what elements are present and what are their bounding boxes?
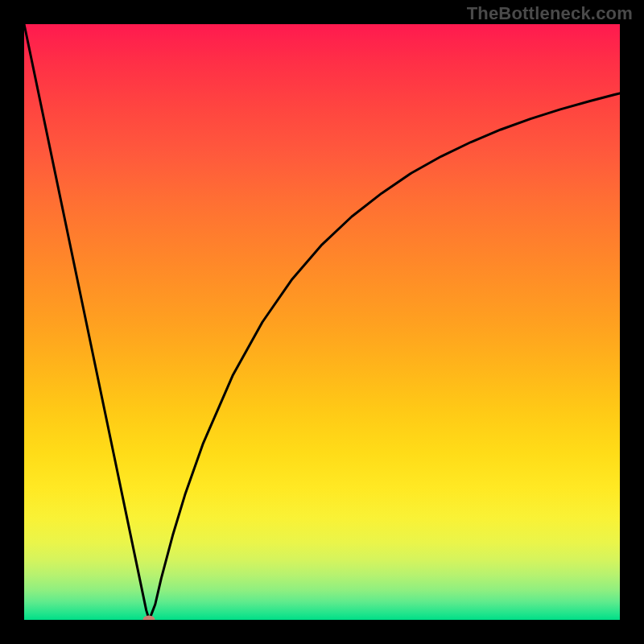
optimal-point-marker (143, 616, 155, 621)
plot-area (24, 24, 620, 620)
chart-frame: TheBottleneck.com (0, 0, 644, 644)
watermark-label: TheBottleneck.com (467, 3, 633, 24)
bottleneck-curve (24, 24, 620, 620)
